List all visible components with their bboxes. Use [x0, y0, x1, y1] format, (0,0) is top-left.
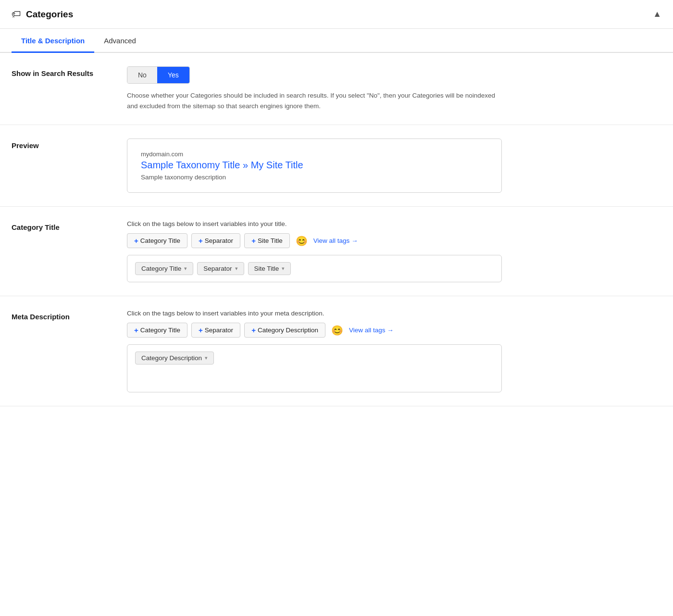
meta-description-label: Meta Description: [12, 310, 108, 321]
token-category-title[interactable]: Category Title ▾: [135, 262, 193, 275]
emoji-button-2[interactable]: 😊: [329, 325, 345, 336]
token-separator-label: Separator: [203, 265, 232, 272]
plus-icon-6: +: [251, 326, 256, 334]
token-separator[interactable]: Separator ▾: [197, 262, 244, 275]
chevron-down-icon-3: ▾: [282, 265, 285, 272]
category-title-tag-buttons: + Category Title + Separator + Site Titl…: [127, 233, 661, 248]
tab-title-description[interactable]: Title & Description: [12, 29, 94, 53]
category-title-label: Category Title: [12, 220, 108, 231]
tag-btn-md-separator-label: Separator: [205, 327, 233, 334]
token-category-description[interactable]: Category Description ▾: [135, 352, 214, 365]
view-all-tags-link-2[interactable]: View all tags →: [349, 327, 394, 334]
category-title-section: Category Title Click on the tags below t…: [0, 207, 673, 296]
tag-btn-md-category-desc-label: Category Description: [258, 327, 318, 334]
category-title-token-input[interactable]: Category Title ▾ Separator ▾ Site Title …: [127, 255, 502, 282]
panel-header-left: 🏷 Categories: [12, 9, 73, 20]
preview-title: Sample Taxonomy Title » My Site Title: [141, 160, 488, 171]
plus-icon-5: +: [199, 326, 203, 334]
tag-btn-category-title[interactable]: + Category Title: [127, 233, 187, 248]
preview-domain: mydomain.com: [141, 151, 488, 158]
tab-advanced[interactable]: Advanced: [94, 29, 146, 53]
preview-box: mydomain.com Sample Taxonomy Title » My …: [127, 138, 502, 193]
chevron-down-icon-4: ▾: [205, 355, 208, 361]
tag-btn-md-category-title-label: Category Title: [140, 327, 180, 334]
tag-btn-category-title-label: Category Title: [140, 237, 180, 244]
tag-icon: 🏷: [12, 9, 21, 20]
tag-btn-site-title-label: Site Title: [258, 237, 283, 244]
preview-content: mydomain.com Sample Taxonomy Title » My …: [127, 138, 661, 193]
meta-description-content: Click on the tags below to insert variab…: [127, 310, 661, 392]
token-site-title[interactable]: Site Title ▾: [248, 262, 291, 275]
search-results-section: Show in Search Results No Yes Choose whe…: [0, 53, 673, 125]
panel-title: Categories: [26, 9, 73, 20]
tag-btn-md-category-title[interactable]: + Category Title: [127, 323, 187, 338]
search-results-content: No Yes Choose whether your Categories sh…: [127, 66, 661, 111]
plus-icon: +: [134, 237, 138, 245]
tag-btn-separator-label: Separator: [205, 237, 233, 244]
plus-icon-4: +: [134, 326, 138, 334]
toggle-yes[interactable]: Yes: [157, 67, 189, 83]
tag-btn-md-separator[interactable]: + Separator: [191, 323, 240, 338]
emoji-button-1[interactable]: 😊: [294, 235, 310, 247]
plus-icon-2: +: [199, 237, 203, 245]
meta-description-section: Meta Description Click on the tags below…: [0, 296, 673, 406]
category-title-instruction: Click on the tags below to insert variab…: [127, 220, 661, 227]
chevron-down-icon: ▾: [184, 265, 187, 272]
tabs-row: Title & Description Advanced: [0, 29, 673, 53]
meta-description-token-input[interactable]: Category Description ▾: [127, 344, 502, 392]
token-site-title-label: Site Title: [254, 265, 279, 272]
search-results-label: Show in Search Results: [12, 66, 108, 77]
tag-btn-site-title[interactable]: + Site Title: [244, 233, 290, 248]
token-category-desc-label: Category Description: [141, 354, 202, 362]
tag-btn-md-category-desc[interactable]: + Category Description: [244, 323, 325, 338]
toggle-no[interactable]: No: [127, 67, 157, 83]
token-category-title-label: Category Title: [141, 265, 181, 272]
meta-description-instruction: Click on the tags below to insert variab…: [127, 310, 661, 317]
collapse-button[interactable]: ▲: [653, 9, 661, 19]
category-title-content: Click on the tags below to insert variab…: [127, 220, 661, 282]
view-all-tags-link-1[interactable]: View all tags →: [313, 237, 358, 244]
preview-section: Preview mydomain.com Sample Taxonomy Tit…: [0, 125, 673, 207]
tag-btn-separator[interactable]: + Separator: [191, 233, 240, 248]
preview-description: Sample taxonomy description: [141, 174, 488, 181]
plus-icon-3: +: [251, 237, 256, 245]
panel-header: 🏷 Categories ▲: [0, 0, 673, 29]
preview-label: Preview: [12, 138, 108, 150]
meta-description-tag-buttons: + Category Title + Separator + Category …: [127, 323, 661, 338]
search-results-help: Choose whether your Categories should be…: [127, 90, 502, 111]
chevron-down-icon-2: ▾: [235, 265, 238, 272]
toggle-group: No Yes: [127, 66, 190, 84]
